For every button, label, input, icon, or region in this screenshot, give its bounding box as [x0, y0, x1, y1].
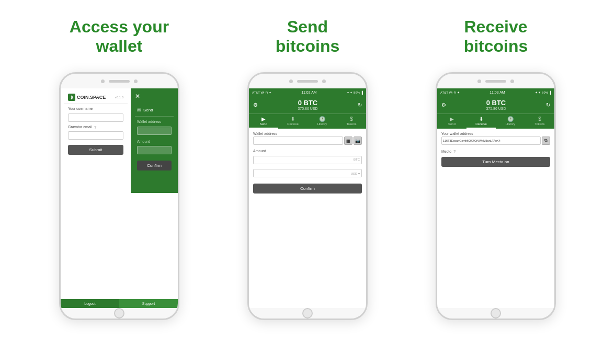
phone-home-button-send[interactable]: [302, 308, 313, 318]
phone-home-button[interactable]: [114, 308, 124, 318]
send-tab-label-r: Send: [448, 122, 455, 126]
copy-button[interactable]: ⧉: [542, 136, 550, 145]
btc-input[interactable]: [253, 156, 362, 164]
turn-mecto-button[interactable]: Turn Mecto on: [441, 157, 550, 167]
drawer-confirm-button[interactable]: Confirm: [137, 161, 172, 170]
refresh-icon-send[interactable]: ↻: [358, 102, 362, 108]
email-input[interactable]: [68, 131, 123, 140]
support-button[interactable]: Support: [119, 299, 178, 308]
page-container: Access your wallet ₿ COIN.SPACE: [0, 0, 615, 364]
receive-tab-label: Receive: [287, 122, 299, 126]
wallet-label-text: Your wallet address: [441, 132, 473, 135]
tab-tokens-receive[interactable]: $ Tokens: [525, 114, 554, 129]
history-tab-label: History: [317, 122, 327, 126]
usd-suffix: USD ▾: [351, 171, 360, 175]
usd-input[interactable]: [253, 169, 362, 177]
scan-button[interactable]: 📷: [354, 136, 362, 145]
login-header: ₿ COIN.SPACE v0.1.6: [64, 90, 128, 104]
login-screen: ₿ COIN.SPACE v0.1.6 Your username G: [61, 88, 178, 308]
tokens-tab-label: Tokens: [346, 122, 356, 126]
carrier-send: AT&T Wi-Fi ✦: [252, 90, 271, 94]
time-receive: 11:03 AM: [489, 90, 505, 94]
login-form: Your username Gravatar email ? Submit: [64, 104, 128, 158]
drawer-send-item[interactable]: ✉ Send: [135, 104, 174, 117]
confirm-button[interactable]: Confirm: [253, 184, 362, 194]
carrier-receive: AT&T Wi-Fi ✦: [440, 90, 460, 94]
status-bar-receive: AT&T Wi-Fi ✦ 11:03 AM ✦ ✶ 89% ▐: [437, 88, 554, 96]
phone-bottom-bar-receive: [437, 308, 554, 318]
drawer-close-icon[interactable]: ✕: [135, 93, 174, 100]
wallet-address-input-send[interactable]: [253, 136, 343, 145]
drawer-amount-label: Amount: [137, 140, 172, 143]
phone-camera-r1: [477, 79, 481, 83]
usd-amount-row: USD ▾: [253, 167, 362, 179]
username-input[interactable]: [68, 113, 123, 122]
coin-logo-text: COIN.SPACE: [77, 95, 106, 100]
tab-history-receive[interactable]: 🕐 History: [496, 114, 525, 129]
app-version: v0.1.6: [115, 96, 123, 99]
phone-speaker-send: [297, 80, 318, 83]
battery-send: ✦ ✶ 89% ▐: [347, 90, 363, 94]
phone-speaker-receive: [485, 80, 506, 83]
drawer-panel: ✕ ✉ Send Wallet address Amount Confirm: [131, 88, 178, 193]
send-icon: ✉: [137, 107, 141, 113]
status-bar-send: AT&T Wi-Fi ✦ 11:02 AM ✦ ✶ 89% ▐: [249, 88, 366, 96]
section-wallet: Access your wallet ₿ COIN.SPACE: [25, 10, 213, 320]
send-tab-icon-r: ▶: [450, 116, 454, 122]
username-label: Your username: [68, 107, 123, 110]
header-btc-receive: 0 BTC 375.86 USD: [486, 99, 506, 110]
tokens-tab-icon: $: [350, 116, 353, 122]
tab-tokens-send[interactable]: $ Tokens: [337, 114, 366, 129]
phone-screen-send: AT&T Wi-Fi ✦ 11:02 AM ✦ ✶ 89% ▐ ⚙ 0 BTC …: [249, 88, 366, 308]
tab-receive-send[interactable]: ⬇ Receive: [278, 114, 308, 129]
section-send: Send bitcoins AT&T Wi-Fi ✦ 11:02 AM ✦ ✶ …: [213, 10, 402, 320]
phone-wallet: ₿ COIN.SPACE v0.1.6 Your username G: [59, 72, 179, 320]
send-tab-icon: ▶: [261, 116, 266, 122]
coin-logo: ₿ COIN.SPACE: [68, 94, 106, 101]
phone-home-button-receive[interactable]: [491, 308, 501, 318]
btc-amount-row: BTC: [253, 154, 362, 166]
section-title-wallet: Access your wallet: [70, 10, 169, 63]
logout-button[interactable]: Logout: [61, 299, 119, 308]
tab-send-receive[interactable]: ▶ Send: [437, 114, 466, 129]
phone-camera: [101, 79, 105, 83]
btc-amount-receive: 0 BTC: [486, 99, 506, 107]
phone-camera-s2: [322, 79, 326, 83]
coin-logo-icon: ₿: [68, 94, 75, 101]
email-info-icon: ?: [94, 125, 96, 130]
gear-icon-receive[interactable]: ⚙: [441, 102, 446, 108]
logout-bar: Logout Support: [61, 299, 178, 308]
phone-speaker: [109, 80, 130, 83]
drawer-wallet-input[interactable]: [137, 127, 172, 135]
phone-bottom-bar-send: [249, 308, 366, 318]
usd-amount-send: 375.86 USD: [298, 107, 317, 110]
qr-button[interactable]: ▦: [344, 136, 352, 145]
app-header-send: ⚙ 0 BTC 375.86 USD ↻: [249, 96, 366, 113]
wallet-address-display-row: 116T3EpsanGxmh6QX7QjVWxM5unLTAoK4 ⧉: [441, 136, 550, 145]
receive-body: Your wallet address 116T3EpsanGxmh6QX7Qj…: [437, 129, 554, 308]
phone-top-bar-wallet: [61, 74, 178, 88]
refresh-icon-receive[interactable]: ↻: [546, 102, 550, 108]
drawer-wallet-section: Wallet address Amount Confirm: [135, 117, 174, 174]
header-btc-send: 0 BTC 375.86 USD: [298, 99, 317, 110]
send-screen-content: AT&T Wi-Fi ✦ 11:02 AM ✦ ✶ 89% ▐ ⚙ 0 BTC …: [249, 88, 366, 308]
phone-camera-2: [134, 79, 138, 83]
receive-screen-content: AT&T Wi-Fi ✦ 11:03 AM ✦ ✶ 89% ▐ ⚙ 0 BTC …: [437, 88, 554, 308]
phone1-left: ₿ COIN.SPACE v0.1.6 Your username G: [61, 88, 131, 193]
tab-history-send[interactable]: 🕐 History: [308, 114, 337, 129]
receive-tab-label-r: Receive: [475, 122, 487, 126]
phone-screen-wallet: ₿ COIN.SPACE v0.1.6 Your username G: [61, 88, 178, 308]
gear-icon-send[interactable]: ⚙: [253, 102, 258, 108]
tab-receive-receive[interactable]: ⬇ Receive: [466, 114, 496, 129]
drawer-amount-input[interactable]: [137, 146, 172, 154]
section-title-receive: Receive bitcoins: [464, 10, 528, 63]
battery-receive: ✦ ✶ 89% ▐: [535, 90, 551, 94]
history-tab-icon: 🕐: [319, 116, 325, 122]
tab-send-send[interactable]: ▶ Send: [249, 114, 278, 129]
tokens-tab-icon-r: $: [538, 116, 541, 122]
app-header-receive: ⚙ 0 BTC 375.86 USD ↻: [437, 96, 554, 113]
mecto-label-text: Mecto: [441, 150, 451, 153]
amount-label-send: Amount: [253, 149, 362, 153]
wallet-field-row-send: ▦ 📷: [253, 136, 362, 145]
submit-button[interactable]: Submit: [68, 145, 123, 155]
